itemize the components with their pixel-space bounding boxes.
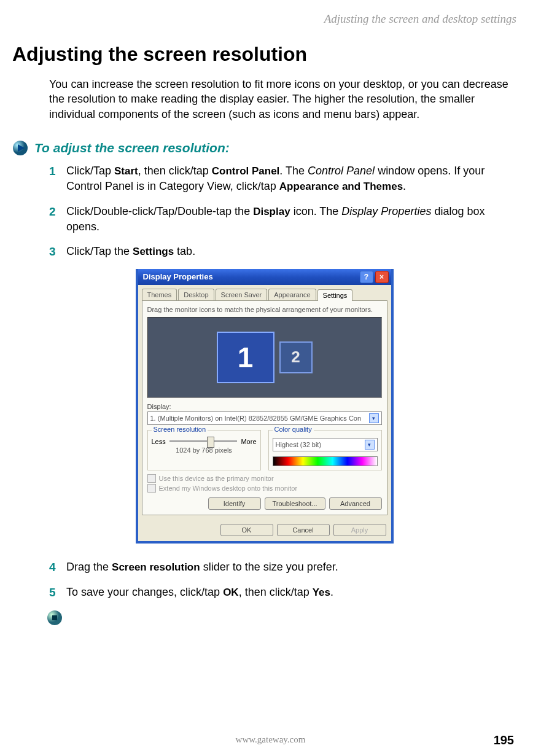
page-number: 195	[494, 733, 514, 747]
step-text: , then click/tap	[239, 586, 313, 598]
step-text: To save your changes, click/tap	[66, 586, 223, 598]
steps-list-cont: Drag the Screen resolution slider to the…	[49, 559, 516, 600]
close-button[interactable]: ×	[375, 271, 389, 283]
tab-settings[interactable]: Settings	[317, 289, 353, 301]
footer-url: www.gateway.com	[0, 735, 541, 745]
step-text: Drag the	[66, 561, 112, 573]
running-header: Adjusting the screen and desktop setting…	[12, 12, 516, 26]
color-value: Highest (32 bit)	[276, 441, 322, 448]
cancel-button[interactable]: Cancel	[277, 524, 330, 536]
section-title: Adjusting the screen resolution	[12, 43, 516, 66]
group-title: Color quality	[273, 426, 314, 433]
step-4: Drag the Screen resolution slider to the…	[49, 559, 516, 575]
slider-max-label: More	[241, 438, 256, 445]
ui-ref: Control Panel	[212, 165, 280, 177]
monitor-2[interactable]: 2	[279, 341, 313, 373]
checkbox-label: Extend my Windows desktop onto this moni…	[159, 485, 298, 492]
tab-screensaver[interactable]: Screen Saver	[216, 289, 268, 300]
dialog-titlebar[interactable]: Display Properties ? ×	[138, 269, 391, 285]
step-text: icon. The	[290, 205, 342, 217]
step-text: , then click/tap	[138, 165, 212, 177]
dialog-title: Display Properties	[143, 272, 213, 281]
step-text: Click/Double-click/Tap/Double-tap the	[66, 205, 253, 217]
step-text: tab.	[174, 245, 195, 257]
tab-strip: Themes Desktop Screen Saver Appearance S…	[138, 285, 391, 300]
window-name: Control Panel	[308, 165, 375, 177]
tab-themes[interactable]: Themes	[142, 289, 177, 300]
resolution-value: 1024 by 768 pixels	[152, 446, 257, 454]
step-text: slider to the size you prefer.	[200, 561, 338, 573]
tab-desktop[interactable]: Desktop	[178, 289, 214, 300]
svg-rect-3	[52, 615, 57, 620]
ui-ref: Appearance and Themes	[279, 181, 403, 192]
step-text: Click/Tap	[66, 165, 114, 177]
monitor-arrangement[interactable]: 1 2	[147, 317, 382, 398]
steps-list: Click/Tap Start, then click/tap Control …	[49, 163, 516, 259]
instruction-text: Drag the monitor icons to match the phys…	[147, 306, 382, 313]
stop-icon	[47, 610, 63, 626]
primary-monitor-checkbox-row: Use this device as the primary monitor	[147, 474, 382, 483]
color-quality-group: Color quality Highest (32 bit) ▾	[268, 430, 382, 470]
extend-desktop-checkbox-row: Extend my Windows desktop onto this moni…	[147, 484, 382, 493]
ui-ref: Yes	[313, 586, 330, 598]
display-value: 1. (Multiple Monitors) on Intel(R) 82852…	[150, 415, 362, 422]
ui-ref: Display	[253, 206, 290, 217]
chevron-down-icon: ▾	[369, 413, 379, 423]
step-3: Click/Tap the Settings tab.	[49, 244, 516, 259]
step-1: Click/Tap Start, then click/tap Control …	[49, 163, 516, 194]
color-spectrum	[273, 456, 378, 466]
apply-button[interactable]: Apply	[333, 524, 386, 536]
checkbox	[147, 484, 156, 493]
step-text: Click/Tap the	[66, 245, 133, 257]
color-dropdown[interactable]: Highest (32 bit) ▾	[273, 438, 378, 451]
checkbox	[147, 474, 156, 483]
ui-ref: OK	[223, 586, 239, 598]
screen-resolution-group: Screen resolution Less More 1024 by 768 …	[147, 430, 261, 470]
monitor-1[interactable]: 1	[217, 332, 274, 383]
help-button[interactable]: ?	[360, 271, 373, 283]
slider-thumb[interactable]	[207, 437, 214, 448]
display-dropdown[interactable]: 1. (Multiple Monitors) on Intel(R) 82852…	[147, 411, 382, 425]
group-title: Screen resolution	[152, 426, 208, 433]
step-text: . The	[279, 165, 308, 177]
step-text: .	[403, 180, 406, 192]
ui-ref: Screen resolution	[112, 561, 200, 573]
ui-ref: Start	[114, 165, 138, 177]
resolution-slider[interactable]: Less More	[152, 438, 257, 445]
display-label: Display:	[147, 403, 382, 410]
play-icon	[12, 140, 28, 156]
ok-button[interactable]: OK	[220, 524, 273, 536]
task-title: To adjust the screen resolution:	[34, 141, 230, 155]
display-properties-dialog: Display Properties ? × Themes Desktop Sc…	[136, 269, 394, 544]
checkbox-label: Use this device as the primary monitor	[159, 475, 274, 482]
chevron-down-icon: ▾	[365, 440, 375, 450]
ui-ref: Settings	[133, 246, 174, 257]
troubleshoot-button[interactable]: Troubleshoot...	[265, 497, 325, 510]
advanced-button[interactable]: Advanced	[329, 497, 382, 510]
identify-button[interactable]: Identify	[208, 497, 261, 510]
tab-appearance[interactable]: Appearance	[268, 289, 316, 300]
slider-min-label: Less	[152, 438, 166, 445]
step-text: .	[330, 586, 333, 598]
step-2: Click/Double-click/Tap/Double-tap the Di…	[49, 204, 516, 234]
intro-paragraph: You can increase the screen resolution t…	[49, 77, 516, 122]
step-5: To save your changes, click/tap OK, then…	[49, 585, 516, 600]
window-name: Display Properties	[341, 205, 431, 217]
tab-body: Drag the monitor icons to match the phys…	[142, 300, 387, 515]
